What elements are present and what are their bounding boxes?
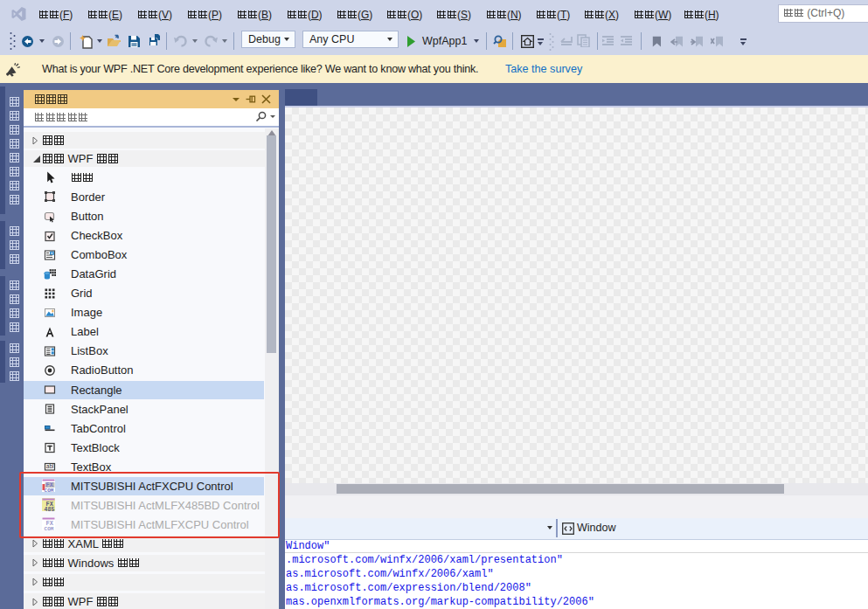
- svg-text:abl: abl: [46, 463, 54, 469]
